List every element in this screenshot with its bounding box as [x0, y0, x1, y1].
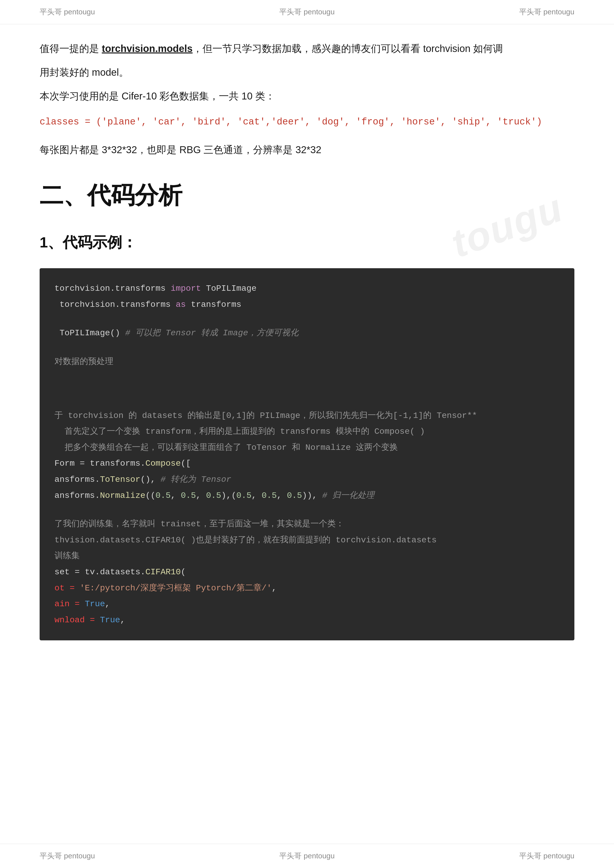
empty-3 [54, 370, 560, 383]
code-line-comment7: 训练集 [54, 548, 560, 564]
intro-paragraph: 值得一提的是 torchvision.models，但一节只学习数据加载，感兴趣… [40, 39, 574, 58]
footer-right: 平头哥 pentougu [519, 851, 574, 861]
code-line-totensor: ansforms.ToTensor(), # 转化为 Tensor [54, 471, 560, 488]
code-line-train: ain = True, [54, 596, 560, 612]
code-line-download: wnload = True, [54, 612, 560, 628]
code-line-comment4: 把多个变换组合在一起，可以看到这里面组合了 ToTensor 和 Normali… [54, 440, 560, 456]
code-line-2: torchvision.transforms as transforms [54, 297, 560, 313]
main-content: 值得一提的是 torchvision.models，但一节只学习数据加载，感兴趣… [0, 24, 614, 670]
resolution-paragraph: 每张图片都是 3*32*32，也即是 RBG 三色通道，分辨率是 32*32 [40, 140, 574, 159]
footer: 平头哥 pentougu 平头哥 pentougu 平头哥 pentougu [0, 844, 614, 868]
empty-5 [54, 395, 560, 408]
code-line-cifar: set = tv.datasets.CIFAR10( [54, 564, 560, 580]
header: 平头哥 pentougu 平头哥 pentougu 平头哥 pentougu [0, 0, 614, 24]
header-center: 平头哥 pentougu [279, 7, 334, 17]
code-line-compose: Form = transforms.Compose([ [54, 456, 560, 471]
torchvision-link[interactable]: torchvision.models [102, 43, 193, 54]
empty-2 [54, 341, 560, 354]
intro-text-after: ，但一节只学习数据加载，感兴趣的博友们可以看看 torchvision 如何调 [193, 43, 503, 54]
code-line-4: ToPILImage() # 可以把 Tensor 转成 Image，方便可视化 [54, 325, 560, 341]
empty-1 [54, 313, 560, 325]
subsection-title: 1、代码示例： [40, 229, 574, 256]
code-line-1: torchvision.transforms import ToPILImage [54, 281, 560, 297]
cifar-paragraph: 本次学习使用的是 Cifer-10 彩色数据集，一共 10 类： [40, 87, 574, 105]
code-line-comment1: 对数据的预处理 [54, 354, 560, 370]
code-block: torchvision.transforms import ToPILImage… [40, 268, 574, 640]
code-line-root: ot = 'E:/pytorch/深度学习框架 Pytorch/第二章/', [54, 580, 560, 596]
resolution-line: 每张图片都是 3*32*32，也即是 RBG 三色通道，分辨率是 32*32 [40, 144, 321, 155]
header-left: 平头哥 pentougu [40, 7, 95, 17]
header-right: 平头哥 pentougu [519, 7, 574, 17]
code-classes-paragraph: classes = ('plane', 'car', 'bird', 'cat'… [40, 113, 574, 130]
footer-left: 平头哥 pentougu [40, 851, 95, 861]
empty-4 [54, 383, 560, 395]
section-title: 二、代码分析 [40, 174, 574, 217]
footer-center: 平头哥 pentougu [279, 851, 334, 861]
empty-6 [54, 504, 560, 516]
cifar-line: 本次学习使用的是 Cifer-10 彩色数据集，一共 10 类： [40, 91, 275, 101]
classes-code: classes = ('plane', 'car', 'bird', 'cat'… [40, 116, 542, 127]
code-line-normalize: ansforms.Normalize((0.5, 0.5, 0.5),(0.5,… [54, 488, 560, 504]
intro-line2: 用封装好的 model。 [40, 67, 129, 78]
code-line-comment5: 了我们的训练集，名字就叫 trainset，至于后面这一堆，其实就是一个类： [54, 516, 560, 532]
intro-text-before: 值得一提的是 [40, 43, 102, 54]
code-line-comment6: thvision.datasets.CIFAR10( )也是封装好了的，就在我前… [54, 532, 560, 548]
code-line-comment3: 首先定义了一个变换 transform，利用的是上面提到的 transforms… [54, 424, 560, 440]
code-line-comment2: 于 torchvision 的 datasets 的输出是[0,1]的 PILI… [54, 408, 560, 424]
intro-paragraph-2: 用封装好的 model。 [40, 63, 574, 82]
